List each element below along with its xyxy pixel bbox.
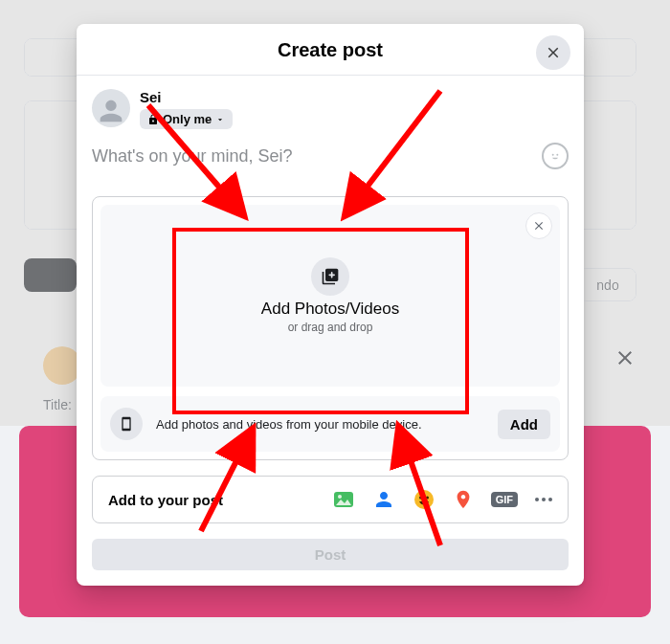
- bg-button: ndo: [579, 268, 636, 301]
- photo-icon: [332, 488, 355, 511]
- location-icon: [453, 488, 474, 511]
- phone-icon: [110, 408, 143, 440]
- mobile-add-button[interactable]: Add: [498, 410, 550, 439]
- create-post-modal: Create post Sei Only me What's on your m…: [77, 24, 584, 586]
- drop-subtitle: or drag and drop: [288, 321, 373, 334]
- user-info: Sei Only me: [140, 89, 233, 129]
- gif-badge: GIF: [491, 492, 518, 507]
- privacy-label: Only me: [163, 112, 212, 126]
- drop-title: Add Photos/Videos: [261, 300, 399, 319]
- svg-point-6: [426, 497, 429, 500]
- post-button[interactable]: Post: [92, 539, 569, 570]
- close-icon: [532, 219, 546, 233]
- user-row: Sei Only me: [92, 89, 569, 129]
- gif-option[interactable]: GIF: [491, 492, 518, 507]
- add-media-icon: [311, 257, 349, 296]
- close-button[interactable]: [536, 35, 570, 70]
- privacy-selector[interactable]: Only me: [140, 109, 233, 129]
- location-option[interactable]: [453, 488, 474, 511]
- composer: Sei Only me What's on your mind, Sei?: [77, 76, 584, 177]
- tag-people-option[interactable]: [372, 488, 395, 511]
- lock-icon: [147, 114, 159, 125]
- tag-people-icon: [372, 488, 395, 511]
- feeling-option[interactable]: [413, 488, 436, 511]
- svg-point-5: [419, 497, 422, 500]
- svg-point-1: [556, 154, 558, 156]
- person-icon: [95, 95, 127, 127]
- close-icon: [545, 44, 562, 61]
- options-label: Add to your post: [108, 492, 223, 508]
- modal-header: Create post: [77, 24, 584, 76]
- mobile-upload-text: Add photos and videos from your mobile d…: [156, 417, 484, 432]
- emoji-icon: [547, 148, 563, 164]
- post-text-input[interactable]: What's on your mind, Sei?: [92, 143, 569, 169]
- media-close-button[interactable]: [525, 212, 552, 239]
- photo-video-option[interactable]: [332, 488, 355, 511]
- media-box: Add Photos/Videos or drag and drop Add p…: [92, 196, 569, 460]
- svg-point-4: [414, 490, 434, 509]
- emoji-picker-button[interactable]: [542, 143, 569, 169]
- user-name: Sei: [140, 89, 233, 105]
- avatar: [92, 89, 130, 127]
- mobile-upload-row: Add photos and videos from your mobile d…: [100, 396, 560, 452]
- svg-point-0: [552, 154, 554, 156]
- bg-close-icon: [614, 346, 636, 369]
- options-icons: GIF: [332, 488, 552, 511]
- placeholder-text: What's on your mind, Sei?: [92, 146, 293, 167]
- svg-point-3: [338, 495, 342, 499]
- media-drop-zone[interactable]: Add Photos/Videos or drag and drop: [100, 205, 560, 387]
- caret-down-icon: [215, 115, 225, 124]
- bg-title-label: Title:: [43, 397, 72, 412]
- post-options-row: Add to your post GIF: [92, 476, 569, 523]
- feeling-icon: [413, 488, 436, 511]
- modal-title: Create post: [77, 39, 584, 61]
- more-icon: [535, 498, 552, 501]
- more-options[interactable]: [535, 498, 552, 501]
